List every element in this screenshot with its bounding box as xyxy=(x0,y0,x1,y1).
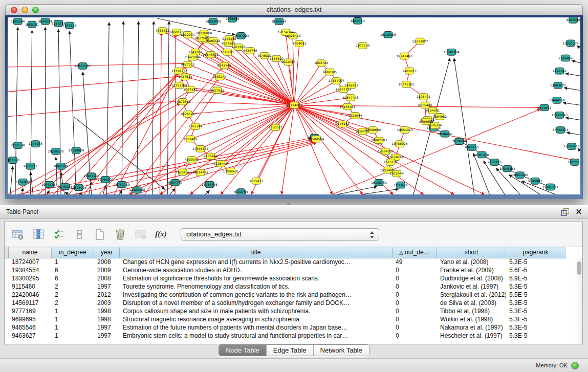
graph-node-selected[interactable]: 16914479 xyxy=(192,169,208,176)
graph-node-selected[interactable]: 3067381 xyxy=(183,86,197,93)
tab-node-table[interactable]: Node Table xyxy=(219,345,267,356)
graph-node[interactable]: 9468058 xyxy=(566,17,580,23)
row-height-button[interactable] xyxy=(72,227,86,241)
graph-node-selected[interactable]: 1977134 xyxy=(356,42,369,49)
float-panel-icon[interactable] xyxy=(561,208,569,215)
graph-node-selected[interactable]: 7625402 xyxy=(176,169,189,176)
graph-node[interactable]: 9227342 xyxy=(553,68,567,74)
graph-node[interactable]: 12444158 xyxy=(549,97,565,104)
graph-node-selected[interactable]: 8135442 xyxy=(214,161,228,167)
table-selector-dropdown[interactable]: citations_edges.txt xyxy=(181,228,379,240)
graph-node-selected[interactable]: 18775165 xyxy=(398,81,414,88)
graph-node[interactable]: 1660684 xyxy=(11,18,25,25)
graph-node[interactable]: 9064004 xyxy=(38,18,52,25)
table-row[interactable]: 969969511998Structural magnetic resonanc… xyxy=(5,316,575,324)
graph-node[interactable]: 1677510 xyxy=(568,159,580,166)
graph-node[interactable]: 19245012 xyxy=(542,184,558,190)
graph-node[interactable]: 17359924 xyxy=(68,147,84,154)
graph-node[interactable]: 10905354 xyxy=(499,165,515,172)
graph-node[interactable]: 12103415 xyxy=(564,143,580,150)
graph-node-selected[interactable]: 8454749 xyxy=(243,48,257,54)
column-header-name[interactable]: name xyxy=(9,247,52,258)
graph-node[interactable]: 15136141 xyxy=(371,179,387,186)
graph-node-selected[interactable]: 1505491 xyxy=(417,94,430,100)
window-titlebar[interactable]: citations_edges.txt xyxy=(5,4,583,15)
select-columns-button[interactable] xyxy=(52,227,66,241)
graph-node-selected[interactable]: 17357067 xyxy=(329,78,344,84)
graph-node-selected[interactable]: 2522544 xyxy=(390,170,404,177)
column-header-title[interactable]: title xyxy=(120,247,393,258)
delete-column-button[interactable] xyxy=(113,227,127,241)
memory-status-icon[interactable] xyxy=(571,362,579,369)
table-row[interactable]: 1456911722003Disruption of a novel membe… xyxy=(5,299,575,308)
graph-node-selected[interactable]: 1603728 xyxy=(314,60,328,67)
graph-node-selected[interactable]: 1864093 xyxy=(292,40,306,47)
graph-node-selected[interactable]: 12213977 xyxy=(412,38,428,45)
zoom-window-button[interactable] xyxy=(32,7,39,13)
column-header-year[interactable]: year xyxy=(94,247,120,258)
graph-node-selected[interactable]: 9882305 xyxy=(323,69,337,75)
close-window-button[interactable] xyxy=(11,7,17,13)
column-header-out_de[interactable]: △out_de… xyxy=(393,247,437,258)
table-row[interactable]: 1872400712008Changes of HCN gene express… xyxy=(5,258,575,267)
graph-node-selected[interactable]: 9146162 xyxy=(335,121,349,127)
tab-edge-table[interactable]: Edge Table xyxy=(267,345,314,356)
graph-node[interactable]: 9350517 xyxy=(24,163,37,169)
graph-node[interactable]: 16782759 xyxy=(114,181,129,188)
minimize-window-button[interactable] xyxy=(21,7,28,13)
graph-node-selected[interactable]: 23420046 xyxy=(185,54,201,60)
graph-node-selected[interactable]: 9726544 xyxy=(181,111,194,118)
table-mode-button[interactable] xyxy=(11,227,25,241)
graph-node[interactable]: 20551007 xyxy=(75,63,91,70)
graph-node[interactable]: 9938464 xyxy=(438,130,452,137)
graph-node-selected[interactable]: 1427512 xyxy=(178,74,192,80)
graph-node[interactable]: 16210643 xyxy=(552,112,568,119)
graph-node-selected[interactable]: 1615433 xyxy=(249,178,263,185)
graph-node[interactable]: 3915891 xyxy=(8,157,20,164)
graph-node[interactable]: 7573188 xyxy=(62,22,76,29)
graph-node-selected[interactable]: 1615132 xyxy=(384,159,398,166)
graph-node-selected[interactable]: 19756928 xyxy=(392,141,408,147)
graph-node[interactable]: 8990165 xyxy=(465,144,478,151)
graph-node-selected[interactable]: 7963822 xyxy=(156,28,169,34)
graph-node[interactable]: 9361318 xyxy=(475,151,489,158)
table-row[interactable]: 2242004622012Investigating the contribut… xyxy=(5,291,575,299)
graph-node[interactable]: 8813054 xyxy=(351,17,364,24)
graph-node-selected[interactable]: 19743493 xyxy=(396,53,412,59)
graph-node[interactable]: 19218506 xyxy=(380,32,396,38)
tab-network-table[interactable]: Network Table xyxy=(314,345,369,356)
graph-node[interactable]: 8183044 xyxy=(272,18,286,25)
graph-node[interactable]: 17957225 xyxy=(83,173,99,180)
graph-node[interactable]: 20206576 xyxy=(48,148,64,155)
graph-node[interactable]: 16033809 xyxy=(205,18,221,25)
graph-node[interactable]: 9245062 xyxy=(528,178,542,185)
table-row[interactable]: 1938455462009Genome-wide association stu… xyxy=(5,267,575,275)
graph-node-selected[interactable]: 3675685 xyxy=(221,49,234,56)
table-row[interactable]: 1830029562008Estimation of significance … xyxy=(5,275,575,283)
new-column-button[interactable] xyxy=(93,227,106,241)
graph-node-selected[interactable]: 7253402 xyxy=(183,136,197,142)
close-panel-icon[interactable]: ✕ xyxy=(575,208,582,215)
scrollbar-thumb[interactable] xyxy=(577,261,581,275)
graph-node-selected[interactable]: 2803144 xyxy=(213,74,227,80)
function-builder-button[interactable]: f(x) xyxy=(154,227,168,241)
graph-node[interactable]: 15692371 xyxy=(553,127,569,134)
show-columns-button[interactable] xyxy=(31,227,45,241)
graph-node[interactable]: 1156829 xyxy=(16,179,30,185)
graph-node[interactable]: 9329966 xyxy=(559,55,573,61)
network-canvas[interactable]: 1660684160518190640043557214757318820551… xyxy=(8,17,580,194)
graph-node-selected[interactable]: 17873518 xyxy=(175,98,190,105)
graph-node[interactable]: 16648784 xyxy=(444,49,460,56)
graph-node-selected[interactable]: 2718126 xyxy=(171,68,185,74)
column-header-in_degree[interactable]: in_degree xyxy=(52,247,94,258)
column-header-short[interactable]: short xyxy=(437,247,506,258)
graph-node[interactable]: 2160538 xyxy=(11,142,25,149)
graph-node-selected[interactable]: 18164461 xyxy=(339,103,355,110)
graph-node[interactable]: 1605181 xyxy=(25,21,39,28)
table-row[interactable]: 946554611997Estimation of the future num… xyxy=(5,324,575,332)
graph-node-selected[interactable]: 17591334 xyxy=(192,146,208,152)
column-header-pagerank[interactable]: pagerank xyxy=(506,247,565,258)
graph-node-selected[interactable]: 1594952 xyxy=(433,114,447,120)
graph-node-selected[interactable]: 18807293 xyxy=(371,137,387,144)
table-row[interactable]: 977716911998Corpus callosum shape and si… xyxy=(5,308,575,316)
